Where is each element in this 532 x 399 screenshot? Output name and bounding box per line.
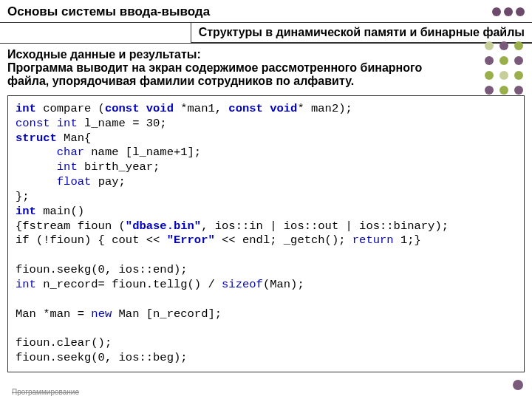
page-title: Основы системы ввода-вывода — [7, 4, 210, 19]
subtitle: Структуры в динамической памяти и бинарн… — [191, 23, 532, 43]
corner-dot — [513, 380, 523, 390]
desc-line-3: файла, упорядочивая фамилии сотрудников … — [7, 75, 525, 88]
footer-text: Программирование — [12, 388, 79, 396]
description: Исходные данные и результаты: Программа … — [0, 44, 532, 94]
desc-line-1: Исходные данные и результаты: — [7, 48, 525, 61]
desc-line-2: Программа выводит на экран содержимое ра… — [7, 61, 525, 75]
decorative-dots — [492, 7, 525, 16]
code-block: int compare (const void *man1, const voi… — [7, 95, 525, 372]
